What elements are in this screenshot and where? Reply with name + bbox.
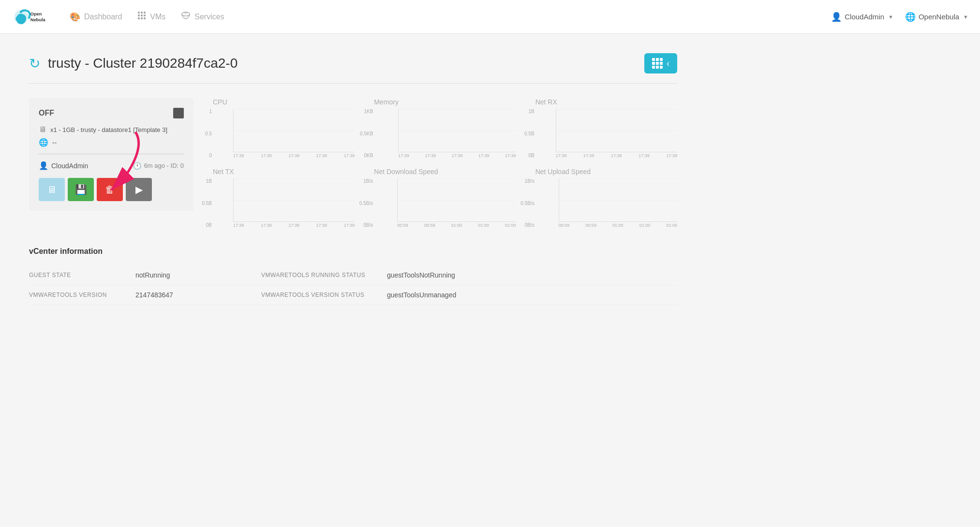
vcenter-title: vCenter information	[29, 247, 677, 256]
guest-state-val: notRunning	[135, 265, 261, 285]
title-actions: ‹	[644, 53, 677, 73]
vcenter-section: vCenter information GUEST STATE notRunni…	[29, 247, 677, 305]
svg-rect-11	[144, 17, 146, 19]
zone-chevron-icon: ▼	[963, 14, 968, 20]
play-icon: ▶	[135, 184, 143, 195]
nav-user[interactable]: 👤 CloudAdmin ▼	[831, 12, 893, 22]
cpu-gridline-mid	[234, 131, 355, 131]
netul-x-labels: 00:59 00:59 01:00 01:00 01:00	[559, 223, 677, 228]
delete-button[interactable]: 🗑	[97, 178, 123, 201]
vm-time-row: 🕐 6m ago - ID: 0	[133, 162, 184, 170]
svg-rect-6	[138, 15, 140, 16]
nav-services[interactable]: Services	[181, 11, 224, 23]
netdl-gridline-top	[398, 178, 516, 179]
cpu-y-labels: 1 0.5 0	[194, 109, 212, 158]
vmtools-ver-val: 2147483647	[135, 285, 261, 305]
svg-rect-8	[144, 15, 146, 16]
charts-grid: CPU 1 0.5 0 17:39 17:39	[213, 98, 677, 228]
clock-icon: 🕐	[133, 162, 141, 170]
nettx-chart-area	[233, 178, 355, 222]
vm-network-row: 🌐 --	[39, 138, 184, 147]
cpu-chart-title: CPU	[213, 98, 355, 106]
brand[interactable]: Open Nebula	[12, 5, 50, 29]
vmtools-ver-status-key: VMWARETOOLS VERSION STATUS	[261, 285, 387, 305]
vm-spec-row: 🖥 x1 - 1GB - trusty - datastore1 [Templa…	[39, 125, 184, 134]
svg-rect-3	[138, 12, 140, 14]
play-button[interactable]: ▶	[126, 178, 152, 201]
nav-right: 👤 CloudAdmin ▼ 🌐 OpenNebula ▼	[831, 12, 968, 22]
svg-text:Nebula: Nebula	[30, 17, 46, 22]
save-button[interactable]: 💾	[68, 178, 94, 201]
user-icon: 👤	[831, 12, 842, 22]
dashboard-icon: 🎨	[70, 12, 80, 22]
netul-chart-title: Net Upload Speed	[535, 168, 677, 176]
page-title: ↻ trusty - Cluster 2190284f7ca2-0	[29, 56, 238, 72]
netrx-gridline-mid	[556, 131, 677, 131]
netul-gridline-mid	[559, 200, 677, 201]
netrx-gridline-top	[556, 109, 677, 109]
vm-status-label: OFF	[39, 109, 54, 117]
vcenter-table: GUEST STATE notRunning VMWARETOOLS RUNNI…	[29, 265, 677, 305]
netrx-x-labels: 17:39 17:39 17:39 17:39 17:39	[556, 153, 677, 158]
netrx-chart-title: Net RX	[535, 98, 677, 106]
nettx-chart-title: Net TX	[213, 168, 355, 176]
nav-zone[interactable]: 🌐 OpenNebula ▼	[905, 12, 968, 22]
cpu-chart: CPU 1 0.5 0 17:39 17:39	[213, 98, 355, 158]
netul-chart: Net Upload Speed 1B/s 0.5B/s 0B/s 00:5	[535, 168, 677, 228]
memory-x-labels: 17:39 17:39 17:39 17:39 17:39	[398, 153, 516, 158]
memory-gridline-top	[399, 109, 516, 109]
vm-card-wrapper: OFF 🖥 x1 - 1GB - trusty - datastore1 [Te…	[29, 98, 193, 211]
zone-label: OpenNebula	[919, 13, 959, 21]
netrx-chart: Net RX 1B 0.5B 0B 17:39	[535, 98, 677, 158]
cpu-gridline-top	[234, 109, 355, 109]
svg-rect-7	[141, 15, 143, 16]
nav-vms[interactable]: VMs	[137, 11, 165, 22]
memory-gridline-mid	[399, 131, 516, 131]
vm-card-divider	[39, 154, 184, 154]
refresh-icon[interactable]: ↻	[29, 56, 40, 72]
vm-card-header: OFF	[39, 108, 184, 118]
netdl-gridline-mid	[398, 200, 516, 201]
netdl-x-labels: 00:59 00:59 01:00 01:00 01:00	[397, 223, 516, 228]
vms-icon	[137, 11, 146, 22]
display-icon: 🖥	[47, 184, 57, 195]
vm-stop-icon	[173, 108, 184, 118]
nav-services-label: Services	[194, 13, 224, 21]
netdl-chart-area	[397, 178, 516, 222]
netul-chart-area	[559, 178, 677, 222]
navbar: Open Nebula 🎨 Dashboard VMs Services 👤 C…	[0, 0, 980, 34]
netdl-y-labels: 1B/s 0.5B/s 0B/s	[356, 178, 373, 228]
services-icon	[181, 11, 191, 23]
charts-container: CPU 1 0.5 0 17:39 17:39	[213, 98, 677, 228]
back-chevron-icon: ‹	[667, 59, 669, 69]
guest-state-key: GUEST STATE	[29, 265, 135, 285]
vm-time-text: 6m ago - ID: 0	[144, 162, 184, 169]
cpu-x-labels: 17:39 17:39 17:39 17:39 17:39	[233, 153, 355, 158]
svg-rect-10	[141, 17, 143, 19]
grid-back-button[interactable]: ‹	[644, 53, 677, 73]
netrx-y-labels: 1B 0.5B 0B	[517, 109, 535, 158]
svg-rect-4	[141, 12, 143, 14]
vm-owner-row: 👤 CloudAdmin	[39, 161, 88, 170]
cpu-chart-area	[233, 109, 355, 152]
vm-card: OFF 🖥 x1 - 1GB - trusty - datastore1 [Te…	[29, 98, 193, 211]
vm-meta-row: 👤 CloudAdmin 🕐 6m ago - ID: 0	[39, 161, 184, 170]
vmtools-ver-key: VMWARETOOLS VERSION	[29, 285, 135, 305]
user-chevron-icon: ▼	[888, 14, 893, 20]
nettx-y-labels: 1B 0.5B 0B	[194, 178, 212, 228]
network-icon: 🌐	[39, 138, 48, 147]
vmtools-ver-status-val: guestToolsUnmanaged	[387, 285, 677, 305]
title-divider	[29, 83, 677, 84]
nav-links: 🎨 Dashboard VMs Services	[70, 11, 831, 23]
delete-icon: 🗑	[105, 184, 115, 195]
vm-spec-text: x1 - 1GB - trusty - datastore1 [Template…	[50, 126, 167, 133]
main-content: ↻ trusty - Cluster 2190284f7ca2-0 ‹ OFF	[0, 34, 706, 324]
vm-owner-text: CloudAdmin	[51, 162, 88, 170]
display-button[interactable]: 🖥	[39, 178, 65, 201]
netul-gridline-top	[559, 178, 677, 179]
table-row: GUEST STATE notRunning VMWARETOOLS RUNNI…	[29, 265, 677, 285]
nav-dashboard[interactable]: 🎨 Dashboard	[70, 12, 122, 22]
svg-rect-9	[138, 17, 140, 19]
username-label: CloudAdmin	[845, 13, 884, 21]
nettx-x-labels: 17:39 17:39 17:39 17:39 17:39	[233, 223, 355, 228]
